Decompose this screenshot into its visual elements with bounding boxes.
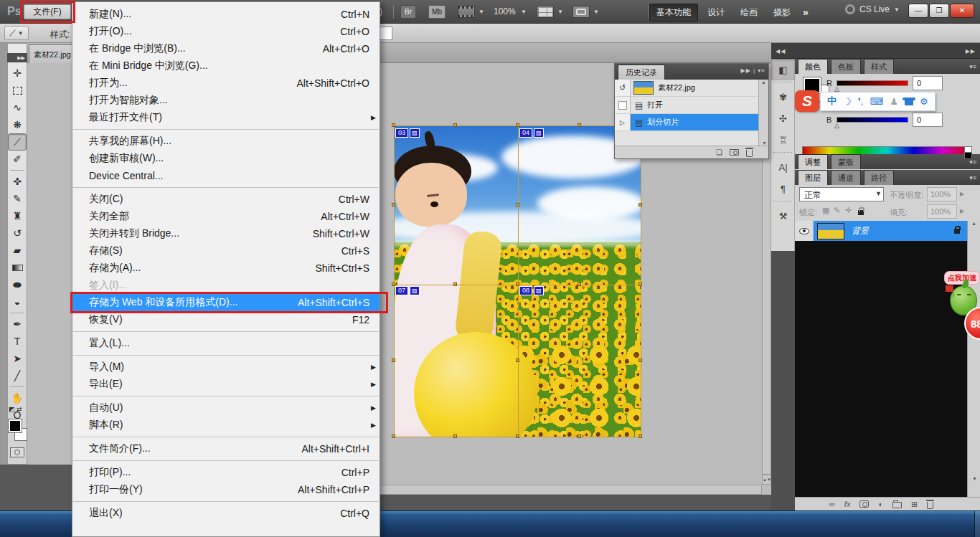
line-tool[interactable]: ╱ xyxy=(8,367,27,384)
menu-item-退出-X-[interactable]: 退出(X)Ctrl+Q xyxy=(72,505,380,522)
workspace-基本功能[interactable]: 基本功能 xyxy=(649,4,698,22)
menu-item-存储-S-[interactable]: 存储(S)Ctrl+S xyxy=(72,242,380,260)
delete-state-icon[interactable] xyxy=(746,150,753,157)
panel-menu-icon[interactable]: ▾≡ xyxy=(969,174,976,181)
bridge-button[interactable]: Br xyxy=(400,5,416,19)
red-slider[interactable] xyxy=(837,80,908,86)
quick-selection-tool[interactable]: ❋ xyxy=(8,116,27,133)
link-layers-icon[interactable]: ∞ xyxy=(829,500,835,508)
history-brush-source-cell[interactable]: ▷ xyxy=(615,114,631,130)
paragraph-panel-icon[interactable]: ¶ xyxy=(771,178,795,199)
pen-tool[interactable]: ✒ xyxy=(8,315,27,333)
layer-style-icon[interactable]: fx xyxy=(844,500,851,508)
chevron-down-icon[interactable]: ▼ xyxy=(557,9,563,15)
collapse-dock-icon[interactable]: ◀◀ xyxy=(776,48,786,54)
slice-handle[interactable] xyxy=(516,203,519,206)
hand-tool[interactable]: ✋ xyxy=(8,389,27,407)
tab-history[interactable]: 历史记录 xyxy=(618,65,665,80)
brush-tool[interactable]: ✎ xyxy=(8,190,27,207)
panel-collapse-icon[interactable]: ▶▶ | ▾≡ xyxy=(740,67,765,74)
slice-handle[interactable] xyxy=(392,203,395,206)
lock-transparent-icon[interactable]: ▦ xyxy=(822,206,829,215)
new-snapshot-icon[interactable] xyxy=(730,149,739,156)
slice-handle[interactable] xyxy=(516,358,519,362)
wrench-icon[interactable]: ⚙ xyxy=(920,96,928,107)
new-layer-icon[interactable]: ⊞ xyxy=(911,500,918,509)
panel-menu-icon[interactable]: ▾≡ xyxy=(969,158,976,166)
slice-handle[interactable] xyxy=(453,123,457,127)
layer-mask-icon[interactable] xyxy=(859,500,869,508)
menu-item-关闭全部[interactable]: 关闭全部Alt+Ctrl+W xyxy=(72,208,380,225)
lock-position-icon[interactable]: ✛ xyxy=(845,206,852,215)
adjustment-layer-icon[interactable]: ◐ xyxy=(878,500,883,508)
workspace-绘画[interactable]: 绘画 xyxy=(734,4,764,21)
menu-item-打开为智能对象-[interactable]: 打开为智能对象... xyxy=(72,92,380,109)
opacity-field[interactable]: 100% xyxy=(927,187,957,201)
menu-item-最近打开文件-T-[interactable]: 最近打开文件(T)▶ xyxy=(72,109,380,126)
sogou-logo-icon[interactable]: S xyxy=(795,90,819,112)
foreground-color-swatch[interactable] xyxy=(8,419,22,433)
spot-healing-tool[interactable]: ✜ xyxy=(8,173,27,190)
screen-mode-icon[interactable] xyxy=(573,6,590,18)
chevron-down-icon[interactable]: ▼ xyxy=(593,9,599,15)
mascot-speech-bubble[interactable]: 点我加速 xyxy=(944,271,980,285)
blue-slider-thumb[interactable]: △ xyxy=(834,122,839,129)
new-doc-from-state-icon[interactable]: ❏ xyxy=(716,148,722,156)
menu-item-文件简介-F-[interactable]: 文件简介(F)...Alt+Shift+Ctrl+I xyxy=(72,440,380,457)
marquee-tool[interactable] xyxy=(8,82,27,99)
layer-visibility-cell[interactable] xyxy=(795,221,814,241)
slice-handle[interactable] xyxy=(578,434,581,438)
person-icon[interactable]: ♟ xyxy=(890,96,898,107)
menu-item-共享我的屏幕-H-[interactable]: 共享我的屏幕(H)... xyxy=(72,133,380,150)
clone-stamp-tool[interactable]: ♜ xyxy=(8,207,27,224)
menu-item-在-Mini-Bridge-中浏览-G-[interactable]: 在 Mini Bridge 中浏览(G)... xyxy=(72,57,380,75)
blue-value-field[interactable]: 0 xyxy=(913,113,943,127)
tools-panel-icon[interactable]: ⚒ xyxy=(771,205,795,227)
menu-file[interactable]: 文件(F) xyxy=(24,4,71,19)
menu-item-打印-P-[interactable]: 打印(P)...Ctrl+P xyxy=(72,464,380,481)
restore-button[interactable]: ❐ xyxy=(929,4,949,18)
move-tool[interactable]: ✛ xyxy=(8,65,27,82)
tab-通道[interactable]: 通道 xyxy=(831,170,861,185)
slice-handle[interactable] xyxy=(392,434,395,438)
arrange-documents-icon[interactable] xyxy=(537,6,554,18)
close-button[interactable]: ✕ xyxy=(950,4,974,18)
skin-icon[interactable] xyxy=(905,100,913,105)
layer-row-background[interactable]: 背景 xyxy=(795,221,967,241)
type-tool[interactable]: T xyxy=(8,333,27,350)
menu-item-脚本-R-[interactable]: 脚本(R)▶ xyxy=(72,417,380,434)
new-group-icon[interactable] xyxy=(892,502,902,508)
history-row-划分切片[interactable]: ▷▤划分切片 xyxy=(615,114,768,131)
minimize-button[interactable]: — xyxy=(908,4,928,18)
slice-handle[interactable] xyxy=(453,434,457,438)
character-panel-icon[interactable]: A| xyxy=(771,156,795,178)
tab-图层[interactable]: 图层 xyxy=(798,170,828,185)
lock-paint-icon[interactable]: ✎ xyxy=(834,206,840,215)
tab-蒙版[interactable]: 蒙版 xyxy=(831,154,861,169)
menu-item-在-Bridge-中浏览-B-[interactable]: 在 Bridge 中浏览(B)...Alt+Ctrl+O xyxy=(72,40,380,57)
cs-live-button[interactable]: CS Live ▼ xyxy=(845,4,900,14)
blur-tool[interactable]: ⬬ xyxy=(8,276,27,293)
ime-mode-chinese[interactable]: 中 xyxy=(827,95,837,108)
fill-spinner[interactable]: ▶ xyxy=(960,208,964,214)
chevron-down-icon[interactable]: ▼ xyxy=(479,9,484,15)
swap-colors-icon[interactable]: ◩ ⇄ xyxy=(9,406,22,413)
history-scrollbar[interactable]: ▲▼ xyxy=(758,80,768,146)
delete-layer-icon[interactable] xyxy=(927,502,933,509)
menu-item-关闭并转到-Bridge-[interactable]: 关闭并转到 Bridge...Shift+Ctrl+W xyxy=(72,225,380,242)
show-desktop-button[interactable] xyxy=(974,511,980,537)
tools-palette-collapse[interactable]: ▶▶ xyxy=(7,53,27,62)
brushes-panel-icon[interactable]: ✾ xyxy=(771,86,795,108)
history-row-素材22.jpg[interactable]: ↺素材22.jpg xyxy=(615,80,768,97)
brush-presets-panel-icon[interactable]: ✣ xyxy=(771,108,795,129)
slice-handle[interactable] xyxy=(639,434,642,438)
panel-menu-icon[interactable]: ▾≡ xyxy=(969,63,976,70)
mini-bridge-button[interactable]: Mb xyxy=(428,5,446,19)
menu-item-导入-M-[interactable]: 导入(M)▶ xyxy=(72,358,380,376)
view-extras-icon[interactable] xyxy=(458,6,475,18)
quick-mask-button[interactable] xyxy=(10,447,24,457)
menu-item-Device-Central-[interactable]: Device Central... xyxy=(72,167,380,184)
menu-item-创建新审核-W-[interactable]: 创建新审核(W)... xyxy=(72,150,380,167)
menu-item-导出-E-[interactable]: 导出(E)▶ xyxy=(72,376,380,393)
eyedropper-tool[interactable]: ✐ xyxy=(8,151,27,168)
